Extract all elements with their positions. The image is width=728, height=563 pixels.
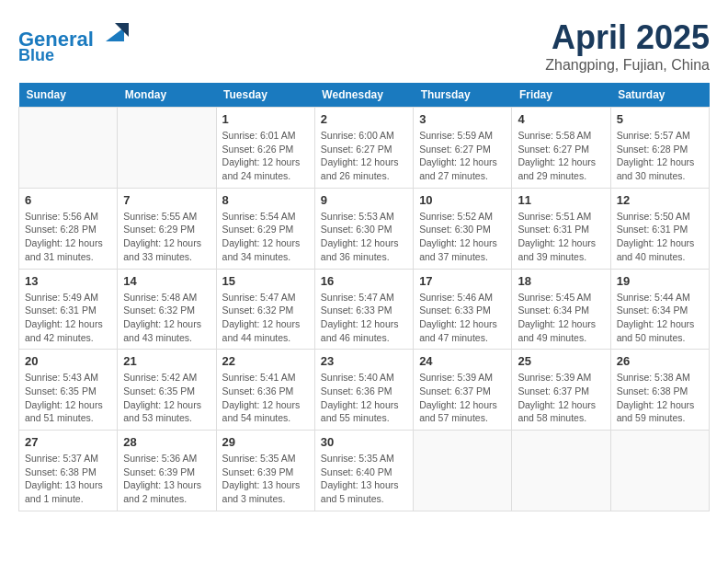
weekday-header-saturday: Saturday — [610, 83, 709, 108]
day-info: Sunrise: 5:47 AM Sunset: 6:33 PM Dayligh… — [321, 291, 407, 345]
day-info: Sunrise: 5:56 AM Sunset: 6:28 PM Dayligh… — [25, 210, 111, 264]
day-cell — [610, 431, 709, 511]
day-info: Sunrise: 5:48 AM Sunset: 6:32 PM Dayligh… — [123, 291, 210, 345]
weekday-header-row: SundayMondayTuesdayWednesdayThursdayFrid… — [19, 83, 710, 108]
page-header: General Blue April 2025 Zhangping, Fujia… — [18, 18, 710, 74]
day-info: Sunrise: 5:44 AM Sunset: 6:34 PM Dayligh… — [617, 291, 703, 345]
day-number: 27 — [25, 435, 111, 449]
day-cell: 30Sunrise: 5:35 AM Sunset: 6:40 PM Dayli… — [314, 431, 413, 511]
day-cell — [512, 431, 610, 511]
day-number: 20 — [25, 354, 111, 368]
day-info: Sunrise: 5:39 AM Sunset: 6:37 PM Dayligh… — [419, 371, 506, 425]
day-cell: 22Sunrise: 5:41 AM Sunset: 6:36 PM Dayli… — [216, 350, 314, 431]
day-cell: 5Sunrise: 5:57 AM Sunset: 6:28 PM Daylig… — [610, 108, 709, 189]
day-number: 8 — [222, 193, 309, 207]
day-info: Sunrise: 5:55 AM Sunset: 6:29 PM Dayligh… — [123, 210, 210, 264]
day-number: 15 — [222, 274, 309, 288]
day-cell — [118, 108, 216, 189]
day-number: 23 — [321, 354, 407, 368]
day-info: Sunrise: 5:58 AM Sunset: 6:27 PM Dayligh… — [518, 129, 604, 183]
weekday-header-monday: Monday — [118, 83, 216, 108]
weekday-header-tuesday: Tuesday — [216, 83, 314, 108]
day-info: Sunrise: 5:59 AM Sunset: 6:27 PM Dayligh… — [419, 129, 506, 183]
day-number: 3 — [419, 112, 506, 126]
day-number: 26 — [617, 354, 703, 368]
day-info: Sunrise: 5:43 AM Sunset: 6:35 PM Dayligh… — [25, 371, 111, 425]
title-section: April 2025 Zhangping, Fujian, China — [545, 18, 710, 74]
logo: General Blue — [18, 18, 129, 65]
day-number: 18 — [518, 274, 604, 288]
day-info: Sunrise: 5:38 AM Sunset: 6:38 PM Dayligh… — [617, 371, 703, 425]
day-cell: 2Sunrise: 6:00 AM Sunset: 6:27 PM Daylig… — [314, 108, 413, 189]
day-cell: 26Sunrise: 5:38 AM Sunset: 6:38 PM Dayli… — [610, 350, 709, 431]
day-cell: 21Sunrise: 5:42 AM Sunset: 6:35 PM Dayli… — [118, 350, 216, 431]
day-number: 29 — [222, 435, 309, 449]
day-info: Sunrise: 5:52 AM Sunset: 6:30 PM Dayligh… — [419, 210, 506, 264]
day-cell: 4Sunrise: 5:58 AM Sunset: 6:27 PM Daylig… — [512, 108, 610, 189]
day-info: Sunrise: 5:36 AM Sunset: 6:39 PM Dayligh… — [123, 452, 210, 506]
day-info: Sunrise: 5:40 AM Sunset: 6:36 PM Dayligh… — [321, 371, 407, 425]
day-cell: 8Sunrise: 5:54 AM Sunset: 6:29 PM Daylig… — [216, 188, 314, 269]
day-info: Sunrise: 6:00 AM Sunset: 6:27 PM Dayligh… — [321, 129, 407, 183]
day-cell: 13Sunrise: 5:49 AM Sunset: 6:31 PM Dayli… — [19, 269, 118, 350]
calendar-table: SundayMondayTuesdayWednesdayThursdayFrid… — [18, 83, 710, 511]
day-cell: 11Sunrise: 5:51 AM Sunset: 6:31 PM Dayli… — [512, 188, 610, 269]
day-number: 5 — [617, 112, 703, 126]
week-row-5: 27Sunrise: 5:37 AM Sunset: 6:38 PM Dayli… — [19, 431, 710, 511]
day-cell: 9Sunrise: 5:53 AM Sunset: 6:30 PM Daylig… — [314, 188, 413, 269]
day-info: Sunrise: 5:57 AM Sunset: 6:28 PM Dayligh… — [617, 129, 703, 183]
day-info: Sunrise: 6:01 AM Sunset: 6:26 PM Dayligh… — [222, 129, 309, 183]
day-cell: 23Sunrise: 5:40 AM Sunset: 6:36 PM Dayli… — [314, 350, 413, 431]
day-info: Sunrise: 5:49 AM Sunset: 6:31 PM Dayligh… — [25, 291, 111, 345]
location-subtitle: Zhangping, Fujian, China — [545, 57, 710, 74]
day-info: Sunrise: 5:39 AM Sunset: 6:37 PM Dayligh… — [518, 371, 604, 425]
day-number: 7 — [123, 193, 210, 207]
day-number: 9 — [321, 193, 407, 207]
day-number: 14 — [123, 274, 210, 288]
day-info: Sunrise: 5:47 AM Sunset: 6:32 PM Dayligh… — [222, 291, 309, 345]
month-title: April 2025 — [545, 18, 710, 57]
day-info: Sunrise: 5:46 AM Sunset: 6:33 PM Dayligh… — [419, 291, 506, 345]
day-cell: 28Sunrise: 5:36 AM Sunset: 6:39 PM Dayli… — [118, 431, 216, 511]
day-info: Sunrise: 5:53 AM Sunset: 6:30 PM Dayligh… — [321, 210, 407, 264]
week-row-3: 13Sunrise: 5:49 AM Sunset: 6:31 PM Dayli… — [19, 269, 710, 350]
day-number: 21 — [123, 354, 210, 368]
logo-icon — [101, 18, 129, 46]
day-number: 1 — [222, 112, 309, 126]
day-info: Sunrise: 5:45 AM Sunset: 6:34 PM Dayligh… — [518, 291, 604, 345]
day-number: 25 — [518, 354, 604, 368]
day-cell: 27Sunrise: 5:37 AM Sunset: 6:38 PM Dayli… — [19, 431, 118, 511]
day-cell: 20Sunrise: 5:43 AM Sunset: 6:35 PM Dayli… — [19, 350, 118, 431]
day-number: 6 — [25, 193, 111, 207]
day-info: Sunrise: 5:37 AM Sunset: 6:38 PM Dayligh… — [25, 452, 111, 506]
svg-marker-0 — [106, 28, 124, 41]
day-cell: 14Sunrise: 5:48 AM Sunset: 6:32 PM Dayli… — [118, 269, 216, 350]
week-row-2: 6Sunrise: 5:56 AM Sunset: 6:28 PM Daylig… — [19, 188, 710, 269]
day-cell: 15Sunrise: 5:47 AM Sunset: 6:32 PM Dayli… — [216, 269, 314, 350]
day-cell — [414, 431, 512, 511]
weekday-header-friday: Friday — [512, 83, 610, 108]
day-cell: 29Sunrise: 5:35 AM Sunset: 6:39 PM Dayli… — [216, 431, 314, 511]
day-info: Sunrise: 5:35 AM Sunset: 6:39 PM Dayligh… — [222, 452, 309, 506]
day-info: Sunrise: 5:35 AM Sunset: 6:40 PM Dayligh… — [321, 452, 407, 506]
day-number: 30 — [321, 435, 407, 449]
day-number: 17 — [419, 274, 506, 288]
day-info: Sunrise: 5:50 AM Sunset: 6:31 PM Dayligh… — [617, 210, 703, 264]
day-number: 13 — [25, 274, 111, 288]
day-info: Sunrise: 5:54 AM Sunset: 6:29 PM Dayligh… — [222, 210, 309, 264]
day-cell: 6Sunrise: 5:56 AM Sunset: 6:28 PM Daylig… — [19, 188, 118, 269]
weekday-header-sunday: Sunday — [19, 83, 118, 108]
day-cell: 24Sunrise: 5:39 AM Sunset: 6:37 PM Dayli… — [414, 350, 512, 431]
day-cell — [19, 108, 118, 189]
day-cell: 17Sunrise: 5:46 AM Sunset: 6:33 PM Dayli… — [414, 269, 512, 350]
day-cell: 7Sunrise: 5:55 AM Sunset: 6:29 PM Daylig… — [118, 188, 216, 269]
day-cell: 12Sunrise: 5:50 AM Sunset: 6:31 PM Dayli… — [610, 188, 709, 269]
day-cell: 16Sunrise: 5:47 AM Sunset: 6:33 PM Dayli… — [314, 269, 413, 350]
day-cell: 1Sunrise: 6:01 AM Sunset: 6:26 PM Daylig… — [216, 108, 314, 189]
day-number: 28 — [123, 435, 210, 449]
day-cell: 10Sunrise: 5:52 AM Sunset: 6:30 PM Dayli… — [414, 188, 512, 269]
week-row-4: 20Sunrise: 5:43 AM Sunset: 6:35 PM Dayli… — [19, 350, 710, 431]
day-number: 10 — [419, 193, 506, 207]
day-info: Sunrise: 5:42 AM Sunset: 6:35 PM Dayligh… — [123, 371, 210, 425]
day-number: 19 — [617, 274, 703, 288]
